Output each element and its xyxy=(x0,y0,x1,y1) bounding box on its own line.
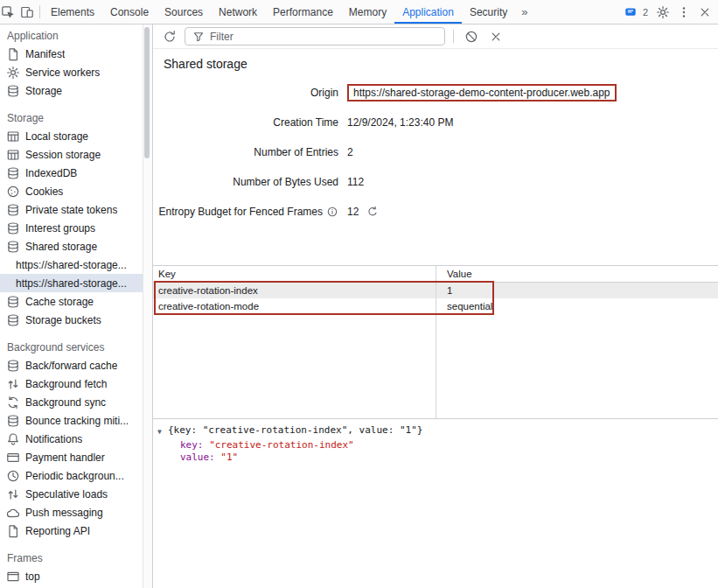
sidebar-item-bounce-tracking-miti[interactable]: Bounce tracking miti... xyxy=(0,411,143,430)
sidebar-item-cache-storage[interactable]: Cache storage xyxy=(0,292,143,311)
more-tabs-button[interactable]: » xyxy=(515,0,533,24)
sidebar-item-label: Reporting API xyxy=(25,525,90,537)
cell-key: creative-rotation-index xyxy=(153,285,441,296)
sidebar-item-back-forward-cache[interactable]: Back/forward cache xyxy=(0,356,143,374)
metadata-label: Number of Bytes Used xyxy=(153,176,338,188)
info-icon[interactable] xyxy=(326,206,338,218)
entry-preview-pane: ▼ {key: "creative-rotation-index", value… xyxy=(153,418,718,588)
sidebar-item-label: Storage buckets xyxy=(25,314,101,326)
metadata-label: Creation Time xyxy=(153,116,338,129)
sidebar-item-push-messaging[interactable]: Push messaging xyxy=(0,503,143,522)
sidebar-item-local-storage[interactable]: Local storage xyxy=(0,127,143,145)
preview-summary-line: ▼ {key: "creative-rotation-index", value… xyxy=(157,424,718,438)
sidebar-item-interest-groups[interactable]: Interest groups xyxy=(0,219,143,237)
metadata-label: Number of Entries xyxy=(153,146,338,158)
cookie-icon xyxy=(6,185,20,199)
tab-network[interactable]: Network xyxy=(211,0,265,24)
sidebar-item-label: Push messaging xyxy=(25,507,103,519)
tab-security[interactable]: Security xyxy=(462,0,515,24)
grid-filler xyxy=(153,314,718,418)
filter-input[interactable] xyxy=(185,27,445,46)
panel-title: Shared storage xyxy=(164,57,718,71)
scrollbar-thumb[interactable] xyxy=(144,27,150,158)
filter-field[interactable] xyxy=(210,31,441,43)
sidebar-item-label: Storage xyxy=(25,85,62,97)
metadata-row-number-of-entries: Number of Entries2 xyxy=(153,137,718,167)
property-name: key: xyxy=(180,439,209,451)
metadata-label: Origin xyxy=(153,87,338,99)
clear-all-icon[interactable] xyxy=(462,27,481,46)
tab-performance[interactable]: Performance xyxy=(265,0,341,24)
metadata-value: 112 xyxy=(347,176,364,188)
cell-key: creative-rotation-mode xyxy=(153,301,441,312)
expand-triangle-icon[interactable]: ▼ xyxy=(157,426,168,438)
sidebar-item-manifest[interactable]: Manifest xyxy=(0,45,143,63)
sidebar-item-cookies[interactable]: Cookies xyxy=(0,182,143,200)
sidebar-item-top[interactable]: top xyxy=(0,567,143,585)
sidebar-item-shared-storage[interactable]: Shared storage xyxy=(0,237,143,256)
database-icon xyxy=(6,84,20,98)
sidebar: ApplicationManifestService workersStorag… xyxy=(0,24,143,588)
column-header-value[interactable]: Value xyxy=(441,269,718,279)
sync-icon xyxy=(6,396,20,410)
sidebar-item-label: https://shared-storage... xyxy=(16,277,127,290)
service-worker-icon xyxy=(6,66,20,80)
sidebar-section-storage: StorageLocal storageSession storageIndex… xyxy=(0,108,143,329)
sidebar-item-speculative-loads[interactable]: Speculative loads xyxy=(0,485,143,503)
sidebar-item-periodic-backgroun[interactable]: Periodic backgroun... xyxy=(0,466,143,485)
table-row-creative-rotation-mode[interactable]: creative-rotation-modesequential xyxy=(153,298,718,314)
sidebar-item-https-shared-storage[interactable]: https://shared-storage... xyxy=(0,256,143,274)
sidebar-item-reporting-api[interactable]: Reporting API xyxy=(0,522,143,540)
sidebar-item-background-fetch[interactable]: Background fetch xyxy=(0,374,143,393)
sidebar-item-label: Notifications xyxy=(25,433,82,445)
sidebar-item-session-storage[interactable]: Session storage xyxy=(0,145,143,164)
tab-sources[interactable]: Sources xyxy=(157,0,211,24)
sidebar-item-label: Cookies xyxy=(25,186,63,198)
column-header-key[interactable]: Key xyxy=(153,269,441,279)
property-value: "1" xyxy=(220,452,238,463)
refresh-icon[interactable] xyxy=(160,27,179,46)
close-devtools-icon[interactable] xyxy=(695,3,715,22)
tab-application[interactable]: Application xyxy=(394,0,462,24)
delete-selected-icon[interactable] xyxy=(486,27,505,46)
sidebar-item-label: Back/forward cache xyxy=(25,360,117,372)
database-icon xyxy=(6,166,20,180)
property-name: value: xyxy=(180,452,220,463)
sidebar-item-indexeddb[interactable]: IndexedDB xyxy=(0,164,143,182)
up-down-arrows-icon xyxy=(6,487,20,501)
metadata-value: 12 xyxy=(347,206,359,218)
sidebar-item-label: Background sync xyxy=(25,396,106,409)
storage-items-table: KeyValue creative-rotation-index1creativ… xyxy=(153,265,718,418)
document-icon xyxy=(6,47,20,61)
sidebar-item-service-workers[interactable]: Service workers xyxy=(0,63,143,81)
devtools-body: ApplicationManifestService workersStorag… xyxy=(0,24,718,588)
tab-memory[interactable]: Memory xyxy=(341,0,394,24)
database-icon xyxy=(6,359,20,373)
sidebar-item-storage-buckets[interactable]: Storage buckets xyxy=(0,311,143,329)
metadata-label: Entropy Budget for Fenced Frames xyxy=(153,206,338,218)
inspect-element-icon[interactable] xyxy=(0,3,17,22)
sidebar-item-payment-handler[interactable]: Payment handler xyxy=(0,448,143,466)
database-icon xyxy=(6,295,20,309)
sidebar-section-application: ApplicationManifestService workersStorag… xyxy=(0,26,143,100)
issues-badge[interactable]: 2 xyxy=(617,3,652,22)
table-row-creative-rotation-index[interactable]: creative-rotation-index1 xyxy=(153,283,718,298)
database-icon xyxy=(6,203,20,217)
device-toolbar-icon[interactable] xyxy=(17,3,37,22)
tab-elements[interactable]: Elements xyxy=(43,0,102,24)
sidebar-item-label: Speculative loads xyxy=(25,488,108,500)
tab-console[interactable]: Console xyxy=(102,0,157,24)
settings-gear-icon[interactable] xyxy=(653,3,673,22)
sidebar-item-background-sync[interactable]: Background sync xyxy=(0,393,143,411)
issues-icon xyxy=(621,3,640,22)
sidebar-section-title-background-services: Background services xyxy=(0,338,143,356)
metadata-row-number-of-bytes-used: Number of Bytes Used112 xyxy=(153,167,718,197)
cell-value: sequential xyxy=(441,301,718,312)
sidebar-item-storage[interactable]: Storage xyxy=(0,81,143,100)
kebab-menu-icon[interactable] xyxy=(674,3,694,22)
sidebar-item-notifications[interactable]: Notifications xyxy=(0,430,143,448)
reset-budget-icon[interactable] xyxy=(366,206,379,218)
sidebar-scrollbar[interactable] xyxy=(143,24,153,588)
sidebar-item-https-shared-storage[interactable]: https://shared-storage... xyxy=(0,274,143,292)
sidebar-item-private-state-tokens[interactable]: Private state tokens xyxy=(0,200,143,219)
